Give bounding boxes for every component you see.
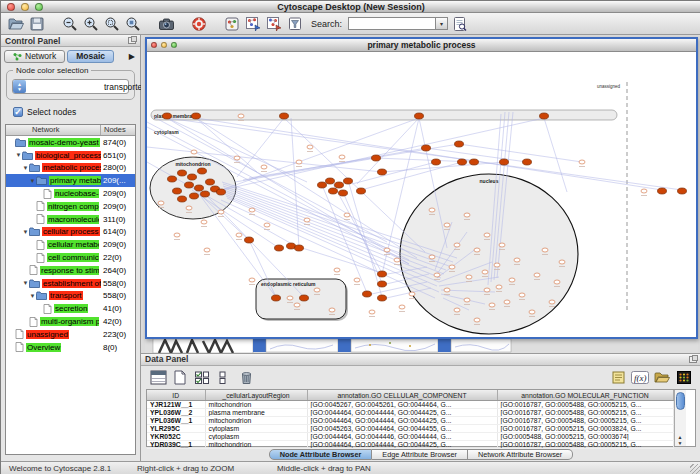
network-edge[interactable]: [235, 158, 376, 182]
tree-expander-icon[interactable]: ▼: [29, 293, 36, 299]
tree-expander-icon[interactable]: ▼: [22, 165, 29, 171]
tree-row[interactable]: cell communicat22(0): [6, 251, 135, 264]
network-node[interactable]: [422, 145, 431, 151]
table-scrollbar[interactable]: ▲▼: [674, 390, 686, 446]
tree-row[interactable]: ▼establishment of lo558(0): [6, 277, 135, 290]
network-node-small[interactable]: [201, 220, 207, 224]
table-row[interactable]: YLR295Ccytoplasm[GO:0045263, GO:0044464,…: [147, 424, 673, 432]
network-edge[interactable]: [196, 118, 662, 190]
tree-row[interactable]: secretion41(0): [6, 302, 135, 315]
network-node[interactable]: [339, 190, 348, 196]
network-node[interactable]: [178, 196, 187, 202]
tree-expander-icon[interactable]: ▼: [29, 178, 36, 184]
network-node[interactable]: [318, 182, 327, 188]
matrix-heatmap-icon[interactable]: [675, 369, 693, 387]
network-node-small[interactable]: [191, 150, 197, 154]
tree-row[interactable]: nitrogen compo209(0): [6, 200, 135, 213]
network-node[interactable]: [188, 174, 197, 180]
import-attributes-icon[interactable]: [653, 369, 671, 387]
network-edge[interactable]: [199, 194, 276, 297]
more-tabs-icon[interactable]: ▶: [129, 52, 137, 61]
network-node[interactable]: [295, 245, 304, 251]
network-node[interactable]: [378, 295, 387, 301]
network-edge[interactable]: [167, 118, 682, 190]
float-panel-icon[interactable]: [128, 37, 136, 44]
network-node-small[interactable]: [482, 270, 488, 274]
network-node-small[interactable]: [444, 288, 450, 292]
unselect-attributes-icon[interactable]: [215, 369, 233, 387]
network-node[interactable]: [378, 271, 387, 277]
network-node[interactable]: [300, 295, 309, 301]
tree-row[interactable]: Overview8(0): [6, 341, 135, 354]
network-node[interactable]: [470, 159, 479, 165]
tree-row[interactable]: nucleobase-209(0): [6, 187, 135, 200]
network-node[interactable]: [326, 178, 335, 184]
tree-row[interactable]: ▼biological_process651(0): [6, 149, 135, 162]
network-node-small[interactable]: [158, 201, 164, 205]
network-edge[interactable]: [544, 118, 567, 192]
tree-row[interactable]: ▼metabolic process280(0): [6, 162, 135, 175]
network-node-small[interactable]: [504, 300, 510, 304]
network-node-small[interactable]: [394, 258, 400, 262]
network-node[interactable]: [335, 182, 344, 188]
search-index-icon[interactable]: [451, 15, 469, 33]
network-node[interactable]: [201, 191, 210, 197]
tab-edge-attribute-browser[interactable]: Edge Attribute Browser: [372, 449, 468, 460]
table-column-header[interactable]: _cellularLayoutRegion: [205, 390, 307, 400]
tree-row[interactable]: cellular metabol209(0): [6, 238, 135, 251]
network-node-small[interactable]: [514, 258, 520, 262]
network-node-small[interactable]: [474, 318, 480, 322]
network-node-small[interactable]: [579, 160, 585, 164]
network-node-small[interactable]: [641, 189, 647, 193]
table-row[interactable]: YPL036W__1mitochondrion[GO:0044464, GO:0…: [147, 416, 673, 424]
network-node[interactable]: [178, 170, 187, 176]
network-node-small[interactable]: [204, 248, 210, 252]
network-node-small[interactable]: [464, 213, 470, 217]
network-node-small[interactable]: [509, 278, 515, 282]
network-node[interactable]: [192, 113, 201, 119]
attribute-table-icon[interactable]: [149, 369, 167, 387]
network-node[interactable]: [500, 159, 509, 165]
network-node-small[interactable]: [454, 243, 460, 247]
network-edge[interactable]: [459, 144, 582, 162]
network-node-small[interactable]: [238, 114, 244, 118]
help-lifebuoy-icon[interactable]: [190, 15, 208, 33]
tree-expander-icon[interactable]: ▼: [15, 152, 22, 158]
tree-row[interactable]: ▼cellular process614(0): [6, 226, 135, 239]
table-scrollbar-thumb[interactable]: [676, 392, 685, 410]
network-node-small[interactable]: [484, 233, 490, 237]
network-node-small[interactable]: [307, 145, 313, 149]
network-node[interactable]: [363, 291, 372, 297]
network-node[interactable]: [378, 281, 387, 287]
zoom-fit-icon[interactable]: [124, 15, 142, 33]
network-node-small[interactable]: [384, 248, 390, 252]
network-node[interactable]: [329, 188, 338, 194]
network-node[interactable]: [275, 245, 284, 251]
zoom-selected-icon[interactable]: [103, 15, 121, 33]
network-node-small[interactable]: [314, 288, 320, 292]
network-node[interactable]: [455, 141, 464, 147]
network-node-small[interactable]: [466, 275, 472, 279]
network-node-small[interactable]: [249, 278, 255, 282]
table-row[interactable]: YJR121W__1mitochondrion[GO:0045267, GO:0…: [147, 400, 673, 408]
network-edge[interactable]: [382, 162, 504, 172]
zoom-in-icon[interactable]: [82, 15, 100, 33]
network-node[interactable]: [523, 159, 532, 165]
tree-row[interactable]: ▼primary metabo209(...: [6, 174, 135, 187]
node-color-dropdown[interactable]: transporter activity ▲▼: [12, 79, 129, 94]
select-attributes-icon[interactable]: [193, 369, 211, 387]
network-node[interactable]: [198, 168, 207, 174]
save-icon[interactable]: [28, 15, 46, 33]
network-node-small[interactable]: [409, 292, 415, 296]
snapshot-camera-icon[interactable]: [157, 15, 175, 33]
network-view-titlebar[interactable]: primary metabolic process: [147, 39, 696, 52]
network-node[interactable]: [280, 113, 289, 119]
network-node-small[interactable]: [529, 310, 535, 314]
network-node-small[interactable]: [484, 288, 490, 292]
network-node[interactable]: [378, 169, 387, 175]
tab-network[interactable]: Network: [4, 50, 65, 63]
table-column-header[interactable]: ID: [147, 390, 205, 400]
network-node[interactable]: [540, 113, 549, 119]
network-edge[interactable]: [348, 180, 382, 297]
tree-row[interactable]: ▼transport558(0): [6, 290, 135, 303]
